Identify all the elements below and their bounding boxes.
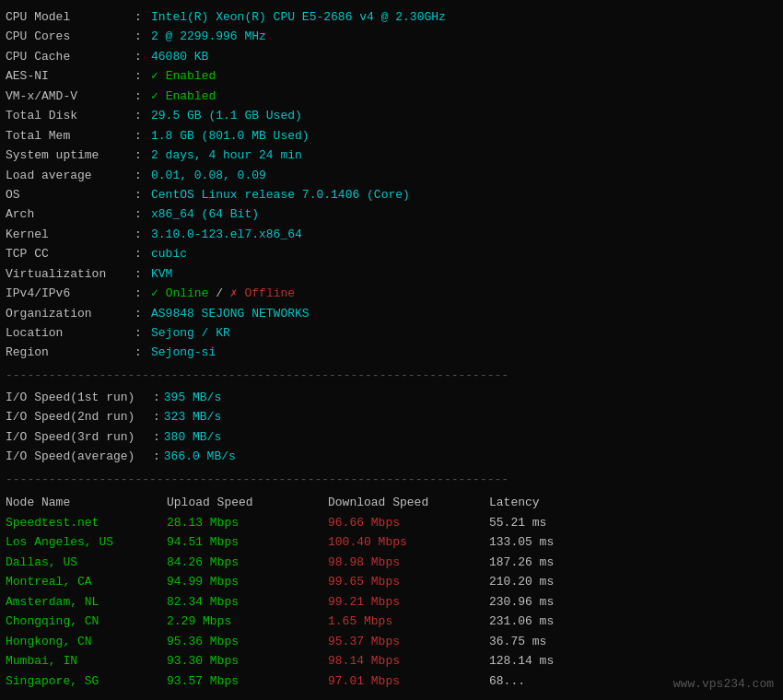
io-value: 380 MB/s [164,427,221,447]
network-upload: 93.57 Mbps [167,671,328,691]
system-row: Total Mem: 1.8 GB (801.0 MB Used) [6,126,777,146]
network-table: Node Name Upload Speed Download Speed La… [6,492,777,691]
network-node: Amsterdam, NL [6,592,167,612]
network-download: 99.65 Mbps [328,572,489,591]
network-upload: 28.13 Mbps [167,513,328,532]
system-row: IPv4/IPv6: ✓ Online / ✗ Offline [6,284,777,303]
col-header-upload: Upload Speed [167,492,328,513]
network-latency: 133.05 ms [489,532,618,552]
system-value: 29.5 GB (1.1 GB Used) [151,106,302,125]
system-value: ✓ Enabled [151,87,216,106]
system-label: VM-x/AMD-V [6,87,134,106]
network-row: Chongqing, CN2.29 Mbps1.65 Mbps231.06 ms [6,612,777,631]
network-node: Dallas, US [6,553,167,572]
system-value: 1.8 GB (801.0 MB Used) [151,126,310,146]
system-label: Load average [6,166,134,185]
system-label: Location [6,323,134,343]
system-row: Location: Sejong / KR [6,323,777,343]
col-header-latency: Latency [489,492,618,513]
network-node: Speedtest.net [6,513,167,532]
network-latency: 230.96 ms [489,592,618,612]
system-label: Kernel [6,225,134,244]
system-value: Sejong / KR [151,323,230,343]
system-label: Region [6,343,134,362]
network-upload: 95.36 Mbps [167,632,328,651]
system-value: ✓ Online / ✗ Offline [151,284,295,303]
network-node: Los Angeles, US [6,532,167,552]
system-row: Total Disk: 29.5 GB (1.1 GB Used) [6,106,777,125]
network-download: 95.37 Mbps [328,632,489,651]
network-node: Chongqing, CN [6,612,167,631]
network-row: Mumbai, IN93.30 Mbps98.14 Mbps128.14 ms [6,651,777,671]
col-header-download: Download Speed [328,492,489,513]
network-row: Dallas, US84.26 Mbps98.98 Mbps187.26 ms [6,553,777,572]
system-row: TCP CC: cubic [6,244,777,263]
system-value: 2 @ 2299.996 MHz [151,27,266,46]
separator-1: ----------------------------------------… [6,368,777,382]
system-label: CPU Cache [6,47,134,66]
network-latency: 55.21 ms [489,513,618,532]
system-row: AES-NI: ✓ Enabled [6,66,777,86]
io-value: 323 MB/s [164,407,221,426]
io-label: I/O Speed(3rd run) [6,427,153,447]
network-node: Montreal, CA [6,572,167,591]
system-row: OS: CentOS Linux release 7.0.1406 (Core) [6,185,777,204]
network-download: 1.65 Mbps [328,612,489,631]
io-value: 395 MB/s [164,388,221,407]
io-section: I/O Speed(1st run): 395 MB/sI/O Speed(2n… [6,388,777,467]
network-upload: 82.34 Mbps [167,592,328,612]
network-latency: 210.20 ms [489,572,618,591]
system-row: Load average: 0.01, 0.08, 0.09 [6,166,777,185]
table-header: Node Name Upload Speed Download Speed La… [6,492,777,513]
system-label: System uptime [6,146,134,165]
system-row: Kernel: 3.10.0-123.el7.x86_64 [6,225,777,244]
network-download: 98.98 Mbps [328,553,489,572]
network-row: Speedtest.net28.13 Mbps96.66 Mbps55.21 m… [6,513,777,532]
network-download: 99.21 Mbps [328,592,489,612]
io-label: I/O Speed(average) [6,447,153,466]
network-latency: 68... [489,671,618,691]
system-row: Organization: AS9848 SEJONG NETWORKS [6,304,777,323]
network-row: Hongkong, CN95.36 Mbps95.37 Mbps36.75 ms [6,632,777,651]
network-latency: 187.26 ms [489,553,618,572]
io-label: I/O Speed(1st run) [6,388,153,407]
io-value: 366.0 MB/s [164,447,236,466]
system-value: Intel(R) Xeon(R) CPU E5-2686 v4 @ 2.30GH… [151,7,446,27]
system-label: Total Disk [6,106,134,125]
system-row: Virtualization: KVM [6,264,777,284]
network-upload: 93.30 Mbps [167,651,328,671]
system-label: OS [6,185,134,204]
system-label: IPv4/IPv6 [6,284,134,303]
network-row: Singapore, SG93.57 Mbps97.01 Mbps68... [6,671,777,691]
network-latency: 128.14 ms [489,651,618,671]
io-label: I/O Speed(2nd run) [6,407,153,426]
network-download: 100.40 Mbps [328,532,489,552]
io-row: I/O Speed(3rd run): 380 MB/s [6,427,777,447]
system-value: ✓ Enabled [151,66,216,86]
system-value: CentOS Linux release 7.0.1406 (Core) [151,185,410,204]
network-latency: 36.75 ms [489,632,618,651]
system-label: AES-NI [6,66,134,86]
system-label: Virtualization [6,264,134,284]
network-latency: 231.06 ms [489,612,618,631]
io-row: I/O Speed(1st run): 395 MB/s [6,388,777,407]
system-value: 46080 KB [151,47,208,66]
system-value: x86_64 (64 Bit) [151,204,259,224]
io-row: I/O Speed(2nd run): 323 MB/s [6,407,777,426]
system-row: VM-x/AMD-V: ✓ Enabled [6,87,777,106]
network-download: 97.01 Mbps [328,671,489,691]
system-info-section: CPU Model: Intel(R) Xeon(R) CPU E5-2686 … [6,7,777,363]
system-row: Arch: x86_64 (64 Bit) [6,204,777,224]
system-label: CPU Cores [6,27,134,46]
network-row: Los Angeles, US94.51 Mbps100.40 Mbps133.… [6,532,777,552]
network-row: Amsterdam, NL82.34 Mbps99.21 Mbps230.96 … [6,592,777,612]
system-value: 2 days, 4 hour 24 min [151,146,302,165]
system-value: cubic [151,244,187,263]
network-node: Singapore, SG [6,671,167,691]
system-row: CPU Cores: 2 @ 2299.996 MHz [6,27,777,46]
system-label: CPU Model [6,7,134,27]
system-label: Total Mem [6,126,134,146]
col-header-node: Node Name [6,492,167,513]
system-label: TCP CC [6,244,134,263]
network-upload: 94.51 Mbps [167,532,328,552]
